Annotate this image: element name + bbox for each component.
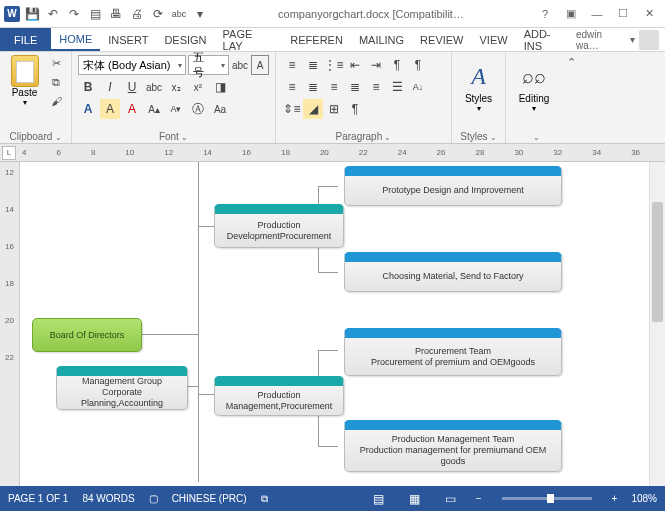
org-node-board[interactable]: Board Of Directors <box>32 318 142 352</box>
shrink-font-icon[interactable]: A▾ <box>166 99 186 119</box>
org-node-prodmgmt-team[interactable]: Production Management Team Production ma… <box>344 420 562 472</box>
editing-button[interactable]: ⌕⌕ Editing ▾ <box>512 55 556 130</box>
italic-icon[interactable]: I <box>100 77 120 97</box>
tab-mailings[interactable]: MAILING <box>351 28 412 51</box>
ribbon-collapse-icon[interactable]: ▣ <box>559 4 583 24</box>
ruler-tick: 16 <box>242 148 251 157</box>
page: Board Of Directors Management Group Corp… <box>22 162 649 486</box>
font-size-combo[interactable]: 五号 <box>188 55 229 75</box>
tab-references[interactable]: REFEREN <box>282 28 351 51</box>
align-left-icon[interactable]: ≡ <box>282 77 302 97</box>
qat-more-icon[interactable]: ▾ <box>191 5 209 23</box>
quickprint-icon[interactable]: 🖨 <box>128 5 146 23</box>
org-node-choose-material[interactable]: Choosing Material, Send to Factory <box>344 252 562 292</box>
align-right-icon[interactable]: ≡ <box>324 77 344 97</box>
paste-button[interactable]: Paste ▾ <box>6 55 43 107</box>
vertical-ruler[interactable]: 12 14 16 18 20 22 <box>0 162 20 486</box>
help-icon[interactable]: ? <box>533 4 557 24</box>
enclose-icon[interactable]: Ⓐ <box>188 99 208 119</box>
minimize-icon[interactable]: — <box>585 4 609 24</box>
clear-format-icon[interactable]: abc <box>231 55 249 75</box>
numbering-icon[interactable]: ≣ <box>303 55 323 75</box>
user-area[interactable]: edwin wa… ▾ <box>576 28 665 51</box>
inc-indent-icon[interactable]: ⇥ <box>366 55 386 75</box>
zoom-value[interactable]: 108% <box>631 493 657 504</box>
zoom-out-icon[interactable]: − <box>476 493 482 504</box>
proofing-icon[interactable]: ▢ <box>149 493 158 504</box>
strike-icon[interactable]: abc <box>144 77 164 97</box>
dec-indent-icon[interactable]: ⇤ <box>345 55 365 75</box>
cut-icon[interactable]: ✂ <box>47 55 65 71</box>
superscript-icon[interactable]: x² <box>188 77 208 97</box>
grow-font-icon[interactable]: A▴ <box>144 99 164 119</box>
change-case-icon[interactable]: Aa <box>210 99 230 119</box>
copy-icon[interactable]: ⧉ <box>47 74 65 90</box>
status-language[interactable]: CHINESE (PRC) <box>172 493 247 504</box>
view-web-icon[interactable]: ▭ <box>440 490 462 508</box>
tab-review[interactable]: REVIEW <box>412 28 471 51</box>
status-page[interactable]: PAGE 1 OF 1 <box>8 493 68 504</box>
showmarks-icon[interactable]: ¶ <box>345 99 365 119</box>
document-canvas[interactable]: 12 14 16 18 20 22 Board Of Directors Man… <box>0 162 665 486</box>
org-node-prototype[interactable]: Prototype Design and Improvement <box>344 166 562 206</box>
distribute-icon[interactable]: ≡ <box>366 77 386 97</box>
underline-icon[interactable]: U <box>122 77 142 97</box>
sort-icon[interactable]: A↓ <box>408 77 428 97</box>
tab-file[interactable]: FILE <box>0 28 51 51</box>
org-node-procurement-team[interactable]: Procurement Team Procurement of premium … <box>344 328 562 376</box>
org-node-prod-dev[interactable]: Production DevelopmentProcurement <box>214 204 344 248</box>
save-icon[interactable]: 💾 <box>23 5 41 23</box>
rtl-icon[interactable]: ¶ <box>408 55 428 75</box>
org-node-prod-mgmt[interactable]: Production Management,Procurement <box>214 376 344 416</box>
tab-home[interactable]: HOME <box>51 28 100 51</box>
undo-icon[interactable]: ↶ <box>44 5 62 23</box>
format-painter-icon[interactable]: 🖌 <box>47 93 65 109</box>
view-print-icon[interactable]: ▦ <box>404 490 426 508</box>
group-label-font: Font <box>78 130 269 143</box>
align-center-icon[interactable]: ≣ <box>303 77 323 97</box>
zoom-slider[interactable] <box>502 497 592 500</box>
subscript-icon[interactable]: x₂ <box>166 77 186 97</box>
print-icon[interactable]: 🖶 <box>107 5 125 23</box>
text-effects-icon[interactable]: A <box>78 99 98 119</box>
font-color-icon[interactable]: A <box>122 99 142 119</box>
org-node-mgmt-group[interactable]: Management Group Corporate Planning,Acco… <box>56 366 188 410</box>
font-name-combo[interactable]: 宋体 (Body Asian) <box>78 55 186 75</box>
macro-icon[interactable]: ⧉ <box>261 493 268 505</box>
tab-insert[interactable]: INSERT <box>100 28 156 51</box>
highlight-icon[interactable]: A <box>100 99 120 119</box>
tab-page-layout[interactable]: PAGE LAY <box>215 28 283 51</box>
maximize-icon[interactable]: ☐ <box>611 4 635 24</box>
spellcheck-icon[interactable]: abc <box>170 5 188 23</box>
styles-button[interactable]: A Styles ▾ <box>458 55 499 130</box>
collapse-ribbon-icon[interactable]: ⌃ <box>562 54 580 70</box>
close-icon[interactable]: ✕ <box>637 4 661 24</box>
ruler-tick: 20 <box>5 316 14 325</box>
bold-icon[interactable]: B <box>78 77 98 97</box>
redo-icon[interactable]: ↷ <box>65 5 83 23</box>
new-icon[interactable]: ▤ <box>86 5 104 23</box>
tab-design[interactable]: DESIGN <box>156 28 214 51</box>
refresh-icon[interactable]: ⟳ <box>149 5 167 23</box>
view-read-icon[interactable]: ▤ <box>368 490 390 508</box>
ruler-tick: 16 <box>5 242 14 251</box>
scroll-thumb[interactable] <box>652 202 663 322</box>
line-spacing-icon[interactable]: ⇕≡ <box>282 99 302 119</box>
horizontal-ruler[interactable]: L 4 6 8 10 12 14 16 18 20 22 24 26 28 30… <box>0 144 665 162</box>
multilevel-icon[interactable]: ⋮≡ <box>324 55 344 75</box>
snap-icon[interactable]: ☰ <box>387 77 407 97</box>
eraser-icon[interactable]: ◨ <box>210 77 230 97</box>
borders-icon[interactable]: ⊞ <box>324 99 344 119</box>
status-words[interactable]: 84 WORDS <box>82 493 134 504</box>
phonetic-icon[interactable]: A <box>251 55 269 75</box>
tab-view[interactable]: VIEW <box>472 28 516 51</box>
ltr-icon[interactable]: ¶ <box>387 55 407 75</box>
zoom-in-icon[interactable]: + <box>612 493 618 504</box>
tab-addins[interactable]: ADD-INS <box>516 28 576 51</box>
bullets-icon[interactable]: ≡ <box>282 55 302 75</box>
ruler-tick: 12 <box>164 148 173 157</box>
shading-icon[interactable]: ◢ <box>303 99 323 119</box>
justify-icon[interactable]: ≣ <box>345 77 365 97</box>
vertical-scrollbar[interactable] <box>649 162 665 486</box>
group-label-styles: Styles <box>458 130 499 143</box>
